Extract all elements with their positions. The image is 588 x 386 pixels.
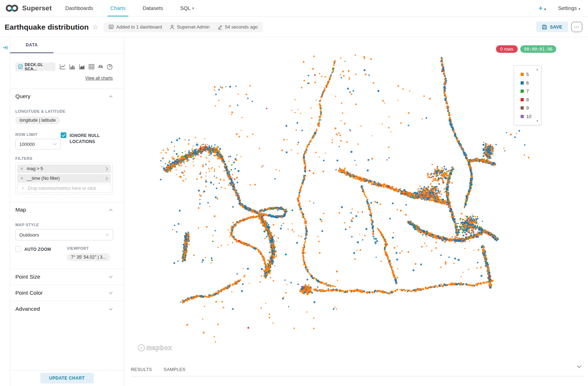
page-title: Earthquake distribution: [5, 23, 89, 31]
header-actions: SAVE ···: [536, 22, 588, 32]
control-panel: DATA DECK.GL SCA... 4k View all charts Q…: [10, 37, 124, 386]
chart-header: Earthquake distribution ☆ Added to 1 das…: [0, 17, 588, 37]
chevron-down-icon: ▾: [192, 6, 194, 10]
legend-item[interactable]: 6: [514, 79, 541, 87]
update-chart-button[interactable]: UPDATE CHART: [40, 373, 94, 384]
nav-items: Dashboards Charts Datasets SQL▾: [57, 0, 203, 16]
panel-body: DECK.GL SCA... 4k View all charts Query …: [10, 62, 124, 317]
query-section-header[interactable]: Query: [15, 93, 113, 100]
map-section-header[interactable]: Map: [15, 207, 113, 213]
viz-switch-icons: 4k: [60, 64, 113, 70]
viewport-label: VIEWPORT: [67, 246, 110, 250]
metadata-bar: Added to 1 dashboard Superset Admin 54 s…: [103, 22, 263, 32]
tab-data[interactable]: DATA: [10, 37, 54, 53]
legend-swatch: [521, 115, 524, 118]
results-tabs: RESULTS SAMPLES: [125, 362, 588, 372]
map-legend: ▲ 5 6 7 8 9 10 ▼: [514, 65, 541, 125]
lonlat-pill[interactable]: longitude | latitude: [15, 116, 60, 124]
rowlimit-row: ROW LIMIT 100000 IGNORE NULL LOCATIONS: [15, 132, 113, 149]
filter-drop-zone[interactable]: ＋ Drop columns/metrics here or click: [17, 184, 111, 193]
chevron-down-icon: [106, 234, 109, 236]
brand-name: Superset: [22, 4, 52, 12]
chevron-down-icon: [109, 292, 113, 294]
chevron-up-icon: [109, 209, 113, 211]
panel-tabbar: DATA: [10, 37, 124, 54]
legend-item[interactable]: 9: [514, 104, 541, 112]
chevron-down-icon: [109, 308, 113, 310]
ignore-null-checkbox-row[interactable]: IGNORE NULL LOCATIONS: [61, 132, 113, 149]
last-modified-badge[interactable]: 54 seconds ago: [218, 24, 258, 30]
save-button[interactable]: SAVE: [536, 22, 568, 32]
mapbox-attribution[interactable]: mapbox: [137, 344, 172, 352]
advanced-section-header[interactable]: Advanced: [15, 301, 113, 317]
owner-badge[interactable]: Superset Admin: [170, 24, 210, 30]
row-limit-label: ROW LIMIT: [15, 132, 61, 137]
filter-pill-mag[interactable]: ✕ mag > 5: [17, 164, 111, 173]
superset-logo[interactable]: Superset: [0, 4, 57, 13]
viz-type-pill[interactable]: DECK.GL SCA...: [15, 62, 55, 71]
checkbox-unchecked-icon[interactable]: [15, 246, 21, 252]
viewport-pill[interactable]: 7° 35' 54.02" | 3...: [67, 253, 110, 261]
4k-chart-icon[interactable]: 4k: [98, 64, 103, 69]
more-actions-button[interactable]: ···: [571, 22, 582, 32]
dashboard-board-icon: [108, 25, 114, 30]
nav-item-charts[interactable]: Charts: [102, 0, 134, 16]
results-panel: RESULTS SAMPLES: [125, 362, 588, 376]
chevron-right-icon: [106, 177, 108, 181]
legend-scroll-down-icon[interactable]: ▼: [536, 120, 539, 123]
settings-menu[interactable]: Settings▾: [558, 5, 580, 11]
superset-logo-icon: [5, 4, 19, 13]
nav-item-sql[interactable]: SQL▾: [172, 0, 203, 16]
legend-scroll-up-icon[interactable]: ▲: [536, 68, 539, 71]
checkbox-checked-icon: [18, 64, 22, 69]
user-icon: [170, 25, 174, 30]
legend-item[interactable]: 5: [514, 70, 541, 79]
chart-area: 0 rows 00:00:01.96 ▲ 5 6 7 8 9 10 ▼ mapb…: [125, 37, 588, 386]
legend-item[interactable]: 7: [514, 87, 541, 96]
tab-results[interactable]: RESULTS: [131, 367, 152, 372]
filters-label: FILTERS: [15, 156, 113, 161]
point-color-section-header[interactable]: Point Color: [15, 285, 113, 301]
line-chart-icon[interactable]: [60, 64, 66, 70]
bar-chart-icon[interactable]: [69, 64, 75, 70]
chevron-down-icon: [109, 276, 113, 278]
nav-item-datasets[interactable]: Datasets: [134, 0, 172, 16]
view-all-charts-link[interactable]: View all charts: [15, 76, 113, 81]
tab-samples[interactable]: SAMPLES: [164, 367, 186, 372]
area-chart-icon[interactable]: [79, 64, 85, 70]
datasource-collapse-rail: [0, 37, 10, 386]
legend-item[interactable]: 8: [514, 96, 541, 104]
query-timer-badge: 00:00:01.96: [520, 45, 556, 53]
chevron-down-icon: [53, 143, 57, 145]
panel-footer: UPDATE CHART: [10, 370, 124, 386]
remove-filter-icon[interactable]: ✕: [20, 166, 24, 171]
favorite-star-icon[interactable]: ☆: [92, 23, 98, 31]
row-limit-select[interactable]: 100000: [15, 139, 61, 149]
save-floppy-icon: [542, 25, 547, 30]
pie-chart-icon[interactable]: [107, 64, 113, 70]
nav-item-dashboards[interactable]: Dashboards: [57, 0, 102, 16]
expand-right-icon[interactable]: [2, 45, 8, 50]
nav-right: +▾ Settings▾: [538, 4, 588, 12]
dashboard-count-badge[interactable]: Added to 1 dashboard: [108, 24, 162, 30]
legend-swatch: [521, 73, 524, 76]
legend-swatch: [521, 81, 524, 85]
auto-zoom-checkbox-row[interactable]: AUTO ZOOM: [15, 246, 67, 261]
new-menu-button[interactable]: +▾: [538, 4, 546, 12]
chevron-right-icon: [106, 167, 108, 171]
collapse-results-chevron-icon[interactable]: [577, 365, 582, 368]
row-count-badge: 0 rows: [496, 45, 518, 53]
chevron-down-icon: ▾: [544, 7, 546, 11]
point-size-section-header[interactable]: Point Size: [15, 269, 113, 285]
pencil-icon: [218, 25, 223, 30]
map-style-select[interactable]: Outdoors: [15, 229, 113, 240]
filter-pill-time[interactable]: ✕ __time (No filter): [17, 174, 111, 183]
chevron-down-icon: ▾: [578, 7, 580, 11]
dataset-row: DECK.GL SCA... 4k: [15, 62, 113, 71]
checkbox-checked-icon[interactable]: [61, 132, 66, 138]
lonlat-label: LONGITUDE & LATITUDE: [15, 109, 113, 113]
remove-filter-icon[interactable]: ✕: [20, 176, 24, 181]
divider: [10, 202, 124, 202]
table-icon[interactable]: [88, 64, 95, 70]
mapbox-logo-icon: [137, 344, 145, 352]
